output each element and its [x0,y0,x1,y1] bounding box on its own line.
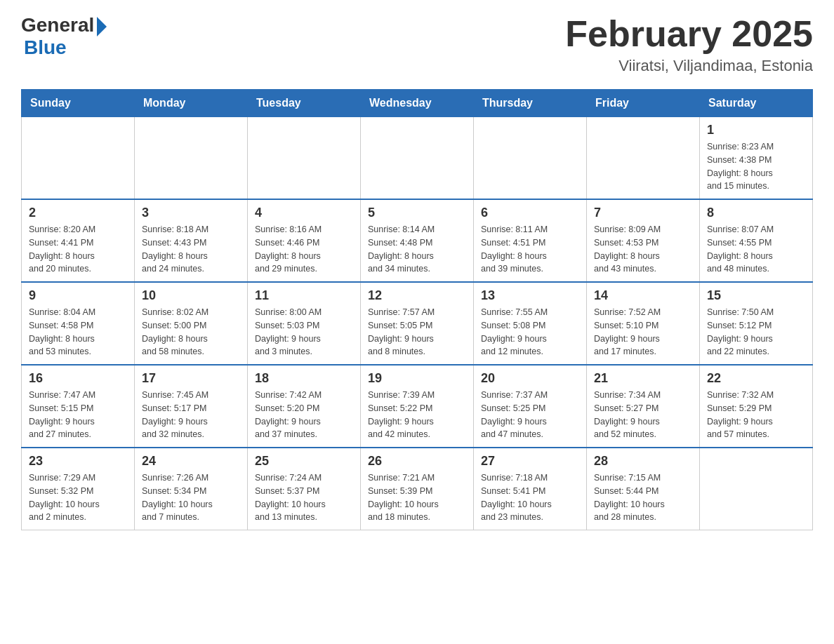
day-number: 26 [368,454,466,469]
day-number: 6 [481,206,579,220]
day-header-saturday: Saturday [700,90,813,117]
day-info: Sunrise: 7:29 AMSunset: 5:32 PMDaylight:… [29,471,127,524]
day-info: Sunrise: 7:42 AMSunset: 5:20 PMDaylight:… [255,389,353,441]
logo: General Blue [21,14,107,59]
day-number: 19 [368,371,466,386]
calendar-cell: 4Sunrise: 8:16 AMSunset: 4:46 PMDaylight… [248,199,361,282]
page-header: General Blue February 2025 Viiratsi, Vil… [21,14,813,75]
calendar-cell [22,117,135,200]
calendar-cell: 16Sunrise: 7:47 AMSunset: 5:15 PMDayligh… [22,365,135,448]
day-number: 21 [594,371,692,386]
day-number: 12 [368,288,466,303]
day-number: 14 [594,288,692,303]
calendar-cell [361,117,474,200]
day-info: Sunrise: 8:07 AMSunset: 4:55 PMDaylight:… [707,223,805,276]
logo-blue-text: Blue [24,36,67,59]
calendar-cell [248,117,361,200]
day-info: Sunrise: 8:20 AMSunset: 4:41 PMDaylight:… [29,223,127,276]
calendar-cell: 11Sunrise: 8:00 AMSunset: 5:03 PMDayligh… [248,282,361,365]
day-number: 23 [29,454,127,469]
day-info: Sunrise: 8:23 AMSunset: 4:38 PMDaylight:… [707,140,805,193]
calendar-cell: 8Sunrise: 8:07 AMSunset: 4:55 PMDaylight… [700,199,813,282]
month-title: February 2025 [565,14,813,54]
day-header-wednesday: Wednesday [361,90,474,117]
day-number: 9 [29,288,127,303]
calendar-cell: 6Sunrise: 8:11 AMSunset: 4:51 PMDaylight… [474,199,587,282]
calendar-cell: 12Sunrise: 7:57 AMSunset: 5:05 PMDayligh… [361,282,474,365]
day-info: Sunrise: 8:14 AMSunset: 4:48 PMDaylight:… [368,223,466,276]
day-number: 8 [707,206,805,220]
day-number: 28 [594,454,692,469]
day-number: 17 [142,371,240,386]
location-title: Viiratsi, Viljandimaa, Estonia [565,57,813,75]
calendar-cell: 9Sunrise: 8:04 AMSunset: 4:58 PMDaylight… [22,282,135,365]
calendar-cell: 14Sunrise: 7:52 AMSunset: 5:10 PMDayligh… [587,282,700,365]
day-info: Sunrise: 8:18 AMSunset: 4:43 PMDaylight:… [142,223,240,276]
day-info: Sunrise: 7:55 AMSunset: 5:08 PMDaylight:… [481,306,579,358]
calendar-week-row: 16Sunrise: 7:47 AMSunset: 5:15 PMDayligh… [22,365,813,448]
day-info: Sunrise: 8:04 AMSunset: 4:58 PMDaylight:… [29,306,127,358]
day-info: Sunrise: 7:50 AMSunset: 5:12 PMDaylight:… [707,306,805,358]
day-header-tuesday: Tuesday [248,90,361,117]
calendar-week-row: 23Sunrise: 7:29 AMSunset: 5:32 PMDayligh… [22,448,813,530]
calendar-cell: 28Sunrise: 7:15 AMSunset: 5:44 PMDayligh… [587,448,700,530]
day-info: Sunrise: 8:02 AMSunset: 5:00 PMDaylight:… [142,306,240,358]
day-info: Sunrise: 7:15 AMSunset: 5:44 PMDaylight:… [594,471,692,524]
logo-general-text: General [21,14,94,36]
day-number: 4 [255,206,353,220]
calendar-cell: 26Sunrise: 7:21 AMSunset: 5:39 PMDayligh… [361,448,474,530]
logo-triangle-icon [97,17,107,36]
day-number: 27 [481,454,579,469]
calendar-cell: 7Sunrise: 8:09 AMSunset: 4:53 PMDaylight… [587,199,700,282]
calendar-cell: 24Sunrise: 7:26 AMSunset: 5:34 PMDayligh… [135,448,248,530]
day-number: 15 [707,288,805,303]
day-info: Sunrise: 7:32 AMSunset: 5:29 PMDaylight:… [707,389,805,441]
calendar-table: SundayMondayTuesdayWednesdayThursdayFrid… [21,89,813,530]
day-number: 16 [29,371,127,386]
calendar-cell: 21Sunrise: 7:34 AMSunset: 5:27 PMDayligh… [587,365,700,448]
calendar-cell: 20Sunrise: 7:37 AMSunset: 5:25 PMDayligh… [474,365,587,448]
day-info: Sunrise: 7:57 AMSunset: 5:05 PMDaylight:… [368,306,466,358]
day-header-friday: Friday [587,90,700,117]
day-info: Sunrise: 7:39 AMSunset: 5:22 PMDaylight:… [368,389,466,441]
calendar-cell: 10Sunrise: 8:02 AMSunset: 5:00 PMDayligh… [135,282,248,365]
calendar-cell: 27Sunrise: 7:18 AMSunset: 5:41 PMDayligh… [474,448,587,530]
calendar-cell: 15Sunrise: 7:50 AMSunset: 5:12 PMDayligh… [700,282,813,365]
calendar-cell [700,448,813,530]
calendar-cell: 18Sunrise: 7:42 AMSunset: 5:20 PMDayligh… [248,365,361,448]
day-info: Sunrise: 7:45 AMSunset: 5:17 PMDaylight:… [142,389,240,441]
calendar-cell: 13Sunrise: 7:55 AMSunset: 5:08 PMDayligh… [474,282,587,365]
calendar-cell [587,117,700,200]
day-info: Sunrise: 8:11 AMSunset: 4:51 PMDaylight:… [481,223,579,276]
day-number: 20 [481,371,579,386]
calendar-cell [474,117,587,200]
day-info: Sunrise: 8:16 AMSunset: 4:46 PMDaylight:… [255,223,353,276]
day-number: 5 [368,206,466,220]
day-number: 18 [255,371,353,386]
calendar-cell: 5Sunrise: 8:14 AMSunset: 4:48 PMDaylight… [361,199,474,282]
day-number: 24 [142,454,240,469]
day-info: Sunrise: 7:24 AMSunset: 5:37 PMDaylight:… [255,471,353,524]
day-info: Sunrise: 7:26 AMSunset: 5:34 PMDaylight:… [142,471,240,524]
day-number: 3 [142,206,240,220]
day-info: Sunrise: 7:52 AMSunset: 5:10 PMDaylight:… [594,306,692,358]
calendar-cell: 25Sunrise: 7:24 AMSunset: 5:37 PMDayligh… [248,448,361,530]
calendar-cell: 22Sunrise: 7:32 AMSunset: 5:29 PMDayligh… [700,365,813,448]
calendar-cell: 23Sunrise: 7:29 AMSunset: 5:32 PMDayligh… [22,448,135,530]
day-header-monday: Monday [135,90,248,117]
day-info: Sunrise: 7:34 AMSunset: 5:27 PMDaylight:… [594,389,692,441]
day-number: 25 [255,454,353,469]
calendar-cell: 2Sunrise: 8:20 AMSunset: 4:41 PMDaylight… [22,199,135,282]
day-number: 1 [707,123,805,137]
calendar-week-row: 2Sunrise: 8:20 AMSunset: 4:41 PMDaylight… [22,199,813,282]
day-number: 10 [142,288,240,303]
calendar-week-row: 1Sunrise: 8:23 AMSunset: 4:38 PMDaylight… [22,117,813,200]
day-number: 11 [255,288,353,303]
day-info: Sunrise: 7:47 AMSunset: 5:15 PMDaylight:… [29,389,127,441]
title-section: February 2025 Viiratsi, Viljandimaa, Est… [565,14,813,75]
day-header-sunday: Sunday [22,90,135,117]
day-number: 2 [29,206,127,220]
calendar-cell: 3Sunrise: 8:18 AMSunset: 4:43 PMDaylight… [135,199,248,282]
calendar-week-row: 9Sunrise: 8:04 AMSunset: 4:58 PMDaylight… [22,282,813,365]
calendar-cell [135,117,248,200]
